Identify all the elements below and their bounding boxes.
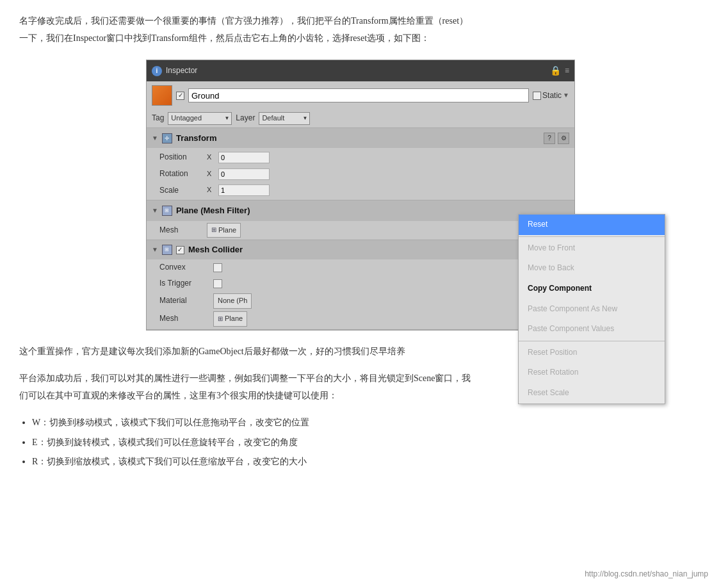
collider-mesh-value: Plane <box>225 313 243 325</box>
context-menu: Reset Move to Front Move to Back Copy Co… <box>518 214 665 404</box>
bullet-item-3: R：切换到缩放模式，该模式下我们可以任意缩放平台，改变它的大小 <box>32 453 702 471</box>
scale-label: Scale <box>159 184 204 198</box>
tag-label: Tag <box>152 111 164 126</box>
tag-arrow-icon: ▼ <box>224 114 229 123</box>
ctx-reset-scale: Reset Scale <box>519 383 665 404</box>
transform-actions: ? ⚙ <box>544 133 569 144</box>
position-x-axis: X <box>207 151 216 164</box>
collider-mesh-row: Mesh ⊞ Plane <box>147 310 574 330</box>
transform-help-btn[interactable]: ? <box>544 133 555 144</box>
mesh-label: Mesh <box>159 224 204 238</box>
tag-layer-row: Tag Untagged ▼ Layer Default ▼ <box>147 110 574 127</box>
body-text-3-span: 们可以在其中可直观的来修改平台的属性，这里有3个很实用的快捷键可以使用： <box>19 391 337 400</box>
layer-dropdown[interactable]: Default ▼ <box>259 112 310 125</box>
bullet-1-text: W：切换到移动模式，该模式下我们可以任意拖动平台，改变它的位置 <box>32 418 309 427</box>
body-text-2-span: 平台添加成功后，我们可以对其的属性进行一些调整，例如我们调整一下平台的大小，将目… <box>19 373 471 383</box>
rotation-label: Rotation <box>159 167 204 181</box>
static-label: Static <box>542 89 562 103</box>
mesh-filter-icon: ⊞ <box>162 206 172 216</box>
bullet-2-text: E：切换到旋转模式，该模式我们可以任意旋转平台，改变它的角度 <box>32 437 298 447</box>
convex-label: Convex <box>159 261 211 275</box>
mesh-collider-active-checkbox[interactable]: ✓ <box>176 246 184 254</box>
mesh-value-btn[interactable]: ⊞ Plane <box>207 223 241 238</box>
lock-icon: 🔒 <box>550 63 561 79</box>
object-name-row: ✓ Static ▼ <box>176 88 569 102</box>
inspector-window: i Inspector 🔒 ≡ ✓ Static ▼ Tag Untagged <box>146 60 575 330</box>
trigger-label: Is Trigger <box>159 277 211 291</box>
ctx-reset[interactable]: Reset <box>519 215 665 235</box>
ctx-reset-position: Reset Position <box>519 343 665 363</box>
mesh-collider-icon: ⊞ <box>162 245 172 255</box>
tag-value: Untagged <box>171 112 202 125</box>
material-value-btn[interactable]: None (Ph <box>213 293 252 309</box>
object-cube-icon <box>152 85 172 106</box>
rotation-x-field[interactable] <box>218 168 270 180</box>
collider-mesh-icon: ⊞ <box>218 313 223 325</box>
object-name-field[interactable] <box>188 88 529 102</box>
mesh-filter-name: Plane (Mesh Filter) <box>176 203 250 218</box>
inspector-container: i Inspector 🔒 ≡ ✓ Static ▼ Tag Untagged <box>19 60 702 330</box>
transform-section: ▼ ✛ Transform ? ⚙ Position X Rotation X <box>147 127 574 200</box>
static-dropdown-arrow[interactable]: ▼ <box>563 90 569 101</box>
convex-row: Convex <box>147 259 574 276</box>
ctx-divider-1 <box>519 236 665 237</box>
collider-mesh-btn[interactable]: ⊞ Plane <box>213 311 247 327</box>
ctx-move-back: Move to Back <box>519 258 665 279</box>
object-header: ✓ Static ▼ <box>147 81 574 110</box>
transform-header: ▼ ✛ Transform ? ⚙ <box>147 128 574 148</box>
transform-collapse-arrow[interactable]: ▼ <box>152 133 158 144</box>
mesh-icon-small: ⊞ <box>211 224 216 236</box>
rotation-x-axis: X <box>207 168 216 181</box>
info-icon: i <box>152 66 162 76</box>
mesh-collider-section: ▼ ⊞ ✓ Mesh Collider Convex Is Trigger Ma… <box>147 240 574 329</box>
bullet-item-2: E：切换到旋转模式，该模式我们可以任意旋转平台，改变它的角度 <box>32 434 702 452</box>
position-x-field[interactable] <box>218 152 270 163</box>
body-text-1-span: 这个重置操作，官方是建议每次我们添加新的GameObject后最好都做一次，好的… <box>19 347 405 356</box>
menu-icon: ≡ <box>565 64 569 78</box>
mesh-filter-collapse-arrow[interactable]: ▼ <box>152 205 158 216</box>
collider-mesh-label: Mesh <box>159 312 211 326</box>
layer-arrow-icon: ▼ <box>302 114 307 123</box>
scale-x-field[interactable] <box>218 184 270 196</box>
intro-text-1: 名字修改完成后，我们还需要做一个很重要的事情（官方强力推荐），我们把平台的Tra… <box>19 16 468 26</box>
bullet-3-text: R：切换到缩放模式，该模式下我们可以任意缩放平台，改变它的大小 <box>32 457 307 466</box>
ctx-paste-values: Paste Component Values <box>519 319 665 339</box>
ctx-paste-new: Paste Component As New <box>519 299 665 320</box>
static-checkbox[interactable] <box>533 92 541 100</box>
static-area: Static ▼ <box>533 89 569 103</box>
position-label: Position <box>159 151 204 165</box>
bullet-item-1: W：切换到移动模式，该模式下我们可以任意拖动平台，改变它的位置 <box>32 414 702 432</box>
mesh-collider-collapse-arrow[interactable]: ▼ <box>152 244 158 256</box>
trigger-row: Is Trigger <box>147 275 574 292</box>
scale-row: Scale X <box>147 183 574 199</box>
material-row: Material None (Ph <box>147 292 574 310</box>
object-active-checkbox[interactable]: ✓ <box>176 92 184 100</box>
mesh-filter-section: ▼ ⊞ Plane (Mesh Filter) Mesh ⊞ Plane <box>147 200 574 240</box>
material-label: Material <box>159 294 211 308</box>
convex-checkbox[interactable] <box>213 263 222 272</box>
transform-name: Transform <box>176 131 217 145</box>
mesh-value-text: Plane <box>218 224 236 237</box>
mesh-collider-header: ▼ ⊞ ✓ Mesh Collider <box>147 240 574 259</box>
ctx-divider-2 <box>519 341 665 341</box>
position-row: Position X <box>147 149 574 166</box>
intro-text-2: 一下，我们在Inspector窗口中找到Transform组件，然后点击它右上角… <box>19 33 430 43</box>
transform-gear-btn[interactable]: ⚙ <box>558 133 569 144</box>
ctx-copy-component[interactable]: Copy Component <box>519 279 665 299</box>
layer-label: Layer <box>236 111 255 126</box>
transform-icon: ✛ <box>162 133 172 143</box>
rotation-row: Rotation X <box>147 166 574 183</box>
inspector-titlebar: i Inspector 🔒 ≡ <box>147 60 574 81</box>
transform-rows: Position X Rotation X Scale X <box>147 148 574 200</box>
scale-x-axis: X <box>207 184 216 197</box>
material-value-text: None (Ph <box>218 295 247 307</box>
ctx-reset-rotation: Reset Rotation <box>519 363 665 383</box>
watermark: http://blog.csdn.net/shao_nian_jump <box>585 568 708 582</box>
tag-dropdown[interactable]: Untagged ▼ <box>168 112 232 125</box>
trigger-checkbox[interactable] <box>213 279 222 288</box>
mesh-filter-header: ▼ ⊞ Plane (Mesh Filter) <box>147 200 574 220</box>
ctx-move-front: Move to Front <box>519 238 665 259</box>
mesh-collider-name: Mesh Collider <box>188 242 243 257</box>
intro-paragraph-1: 名字修改完成后，我们还需要做一个很重要的事情（官方强力推荐），我们把平台的Tra… <box>19 13 702 47</box>
layer-value: Default <box>262 112 284 125</box>
